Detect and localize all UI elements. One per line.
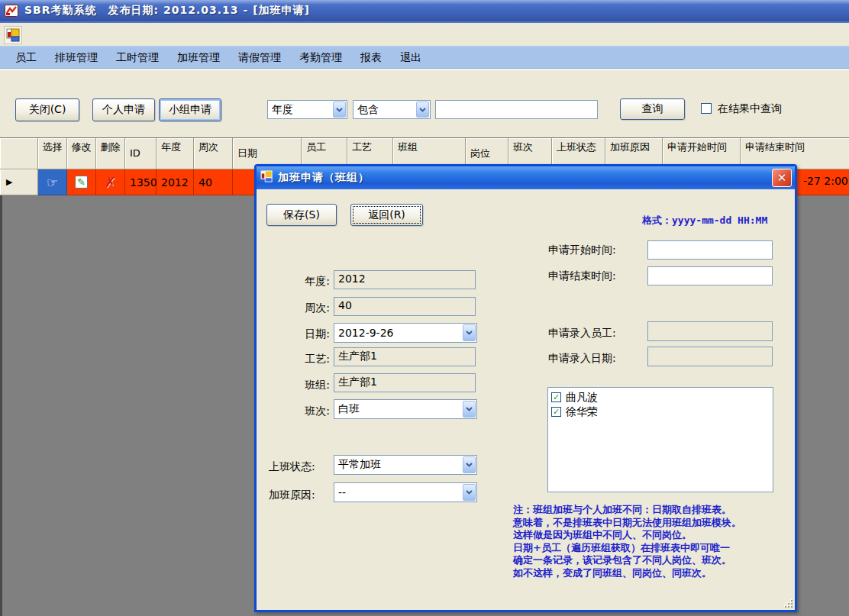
delete-icon: ✗	[105, 174, 116, 190]
week-field: 40	[334, 297, 476, 316]
row-year-cell[interactable]: 2012	[157, 169, 194, 195]
start-time-label: 申请开始时间:	[548, 243, 616, 257]
menu-item-attendance[interactable]: 考勤管理	[299, 51, 342, 65]
year-label: 年度:	[263, 275, 330, 289]
search-field-value: 年度	[272, 103, 293, 117]
row-select-cell[interactable]: ☞	[38, 169, 67, 195]
column-header-week[interactable]: 周次	[194, 138, 233, 169]
year-field: 2012	[334, 270, 476, 289]
toolbar: 关闭(C) 个人申请 小组申请 年度 包含 查询 在结果中查询	[0, 69, 849, 137]
chevron-down-icon[interactable]	[463, 484, 476, 501]
column-header-year[interactable]: 年度	[157, 138, 194, 169]
chevron-down-icon[interactable]	[463, 324, 476, 341]
chevron-down-icon[interactable]	[463, 401, 476, 418]
edit-icon: ✎	[75, 176, 88, 189]
column-header-id[interactable]: ID	[125, 138, 157, 169]
entry-employee-field	[647, 321, 773, 341]
chevron-down-icon[interactable]	[333, 102, 346, 118]
window-titlebar: SBR考勤系统 发布日期: 2012.03.13 - [加班申请]	[0, 0, 849, 21]
search-field-select[interactable]: 年度	[267, 100, 347, 119]
shift-value: 白班	[338, 402, 360, 416]
date-label: 日期:	[263, 327, 330, 341]
week-label: 周次:	[263, 302, 330, 315]
team-field: 生产部1	[334, 373, 476, 392]
mdi-strip	[0, 21, 849, 47]
child-form-icon	[4, 26, 22, 44]
start-time-input[interactable]	[647, 240, 773, 260]
entry-date-label: 申请录入日期:	[548, 352, 616, 366]
employee-name: 曲凡波	[566, 391, 598, 405]
app-icon	[5, 4, 18, 18]
dialog-title: 加班申请（班组）	[278, 171, 370, 185]
query-button[interactable]: 查询	[620, 98, 685, 120]
column-header-select[interactable]: 选择	[38, 138, 67, 169]
menu-item-employee[interactable]: 员工	[15, 51, 37, 65]
checkbox-checked-icon[interactable]: ✓	[551, 407, 561, 417]
hand-pointer-icon: ☞	[47, 175, 58, 190]
column-header-selector	[0, 138, 38, 169]
format-hint: 格式：yyyy-mm-dd HH:MM	[642, 214, 767, 227]
employee-list-item[interactable]: ✓ 徐华荣	[551, 405, 770, 419]
menu-item-scheduling[interactable]: 排班管理	[55, 51, 98, 65]
menu-item-leave[interactable]: 请假管理	[238, 51, 281, 65]
dialog-icon	[260, 170, 273, 185]
row-selector-icon: ▶	[6, 177, 12, 187]
menu-item-overtime[interactable]: 加班管理	[177, 51, 220, 65]
menu-item-reports[interactable]: 报表	[360, 51, 382, 65]
personal-apply-button[interactable]: 个人申请	[92, 98, 155, 121]
note-line: 意味着，不是排班表中日期无法使用班组加班模块。	[513, 517, 741, 530]
menu-item-exit[interactable]: 退出	[400, 51, 421, 65]
employee-list-item[interactable]: ✓ 曲凡波	[551, 390, 770, 405]
overtime-reason-select[interactable]: --	[334, 482, 477, 502]
overtime-reason-label: 加班原因:	[269, 489, 315, 502]
date-select[interactable]: 2012-9-26	[334, 323, 477, 343]
note-line: 如不这样，变成了同班组、同岗位、同班次。	[513, 567, 741, 580]
shift-select[interactable]: 白班	[334, 399, 477, 419]
close-icon: ✕	[777, 171, 787, 185]
search-in-results-label: 在结果中查询	[718, 102, 782, 116]
row-edit-cell[interactable]: ✎	[67, 169, 96, 195]
row-week-cell[interactable]: 40	[194, 169, 233, 195]
dialog-titlebar[interactable]: 加班申请（班组） ✕	[257, 166, 795, 189]
note-line: 日期+员工（遍历班组获取）在排班表中即可唯一	[513, 542, 741, 555]
column-header-edit[interactable]: 修改	[67, 138, 96, 169]
chevron-down-icon[interactable]	[463, 456, 476, 473]
work-status-label: 上班状态:	[269, 460, 315, 474]
row-selector-cell[interactable]: ▶	[0, 169, 38, 195]
work-status-value: 平常加班	[338, 458, 381, 472]
search-match-value: 包含	[357, 103, 379, 117]
overtime-reason-value: --	[338, 486, 346, 498]
save-button[interactable]: 保存(S)	[266, 204, 337, 226]
note-line: 确定一条记录，该记录包含了不同人岗位、班次。	[513, 554, 741, 567]
overtime-dialog: 加班申请（班组） ✕ 保存(S) 返回(R) 格式：yyyy-mm-dd HH:…	[254, 164, 797, 612]
resize-grip[interactable]	[783, 598, 793, 608]
checkbox-checked-icon[interactable]: ✓	[551, 392, 561, 402]
work-status-select[interactable]: 平常加班	[334, 455, 477, 475]
column-header-delete[interactable]: 删除	[96, 138, 125, 169]
end-time-input[interactable]	[647, 266, 773, 285]
process-field: 生产部1	[334, 347, 476, 366]
close-button[interactable]: 关闭(C)	[15, 98, 79, 121]
date-value: 2012-9-26	[338, 327, 393, 339]
row-id-cell[interactable]: 13506	[125, 169, 157, 195]
entry-employee-label: 申请录入员工:	[548, 327, 616, 340]
search-match-select[interactable]: 包含	[353, 100, 431, 119]
note-line: 注：班组加班与个人加班不同：日期取自排班表。	[513, 504, 741, 517]
app-window: SBR考勤系统 发布日期: 2012.03.13 - [加班申请] 员工 排班管…	[0, 0, 849, 616]
search-input[interactable]	[435, 100, 598, 119]
note-text: 注：班组加班与个人加班不同：日期取自排班表。 意味着，不是排班表中日期无法使用班…	[513, 504, 741, 579]
dialog-close-button[interactable]: ✕	[772, 169, 792, 187]
menu-bar: 员工 排班管理 工时管理 加班管理 请假管理 考勤管理 报表 退出	[0, 47, 849, 69]
search-in-results-checkbox[interactable]	[701, 103, 712, 114]
group-apply-button[interactable]: 小组申请	[159, 98, 221, 121]
chevron-down-icon[interactable]	[416, 102, 429, 118]
employee-checklist[interactable]: ✓ 曲凡波 ✓ 徐华荣	[547, 387, 773, 492]
window-title: SBR考勤系统 发布日期: 2012.03.13 - [加班申请]	[24, 4, 310, 18]
row-end-time-fragment: -27 2:00	[803, 175, 848, 187]
shift-label: 班次:	[263, 405, 330, 418]
back-button[interactable]: 返回(R)	[350, 204, 423, 226]
menu-item-work-hours[interactable]: 工时管理	[116, 51, 159, 65]
entry-date-field	[647, 347, 773, 366]
end-time-label: 申请结束时间:	[548, 269, 616, 283]
row-delete-cell[interactable]: ✗	[96, 169, 125, 195]
